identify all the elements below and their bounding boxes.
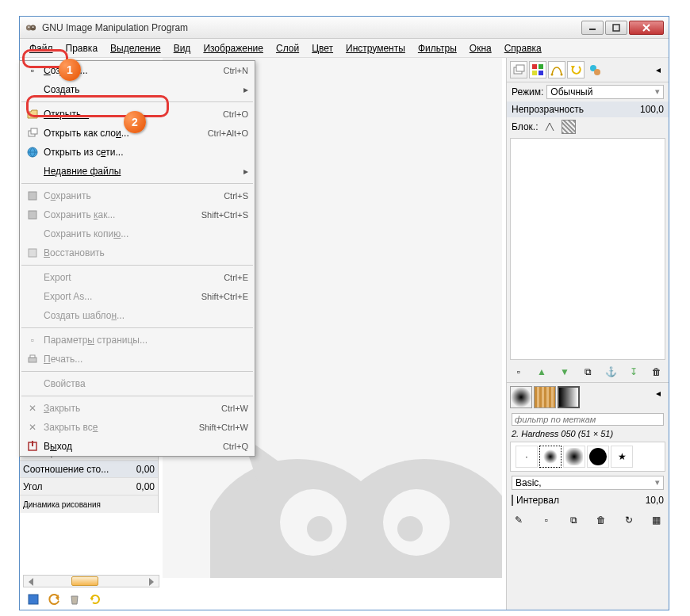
anchor-layer-icon[interactable]: ⚓ bbox=[604, 365, 618, 379]
menu-item-recent[interactable]: Недавние файлы▸ bbox=[20, 162, 255, 181]
layers-tab-icon[interactable] bbox=[510, 61, 527, 78]
menu-item-close-all[interactable]: ✕ Закрыть все Shift+Ctrl+W bbox=[20, 418, 255, 437]
menu-filters[interactable]: Фильтры bbox=[412, 40, 463, 56]
menu-item-save-as[interactable]: Сохранить как... Shift+Ctrl+S bbox=[20, 205, 255, 224]
refresh-brush-icon[interactable]: ↻ bbox=[622, 513, 636, 527]
close-button[interactable] bbox=[629, 21, 664, 35]
duplicate-layer-icon[interactable]: ⧉ bbox=[581, 365, 595, 379]
merge-down-icon[interactable]: ↧ bbox=[627, 365, 641, 379]
brush-cell[interactable]: ★ bbox=[611, 446, 633, 468]
menu-item-revert[interactable]: Восстановить bbox=[20, 243, 255, 262]
delete-layer-icon[interactable]: 🗑 bbox=[650, 365, 664, 379]
brush-cell[interactable] bbox=[563, 446, 585, 468]
menu-item-properties[interactable]: Свойства bbox=[20, 374, 255, 393]
dynamics-row[interactable]: Динамика рисования bbox=[20, 495, 158, 513]
lock-pixels-icon[interactable] bbox=[542, 120, 557, 134]
svg-point-24 bbox=[561, 74, 563, 76]
page-setup-icon: ▫ bbox=[25, 335, 40, 346]
new-layer-icon[interactable]: ▫ bbox=[512, 365, 526, 379]
brush-dock-menu-icon[interactable]: ◂ bbox=[651, 386, 665, 400]
lock-alpha-icon[interactable] bbox=[562, 120, 576, 134]
close-all-icon: ✕ bbox=[25, 422, 40, 433]
lock-row: Блок.: bbox=[507, 117, 669, 136]
duplicate-brush-icon[interactable]: ⧉ bbox=[567, 513, 581, 527]
angle-row[interactable]: Угол 0,00 bbox=[20, 478, 158, 495]
dock-menu-icon[interactable]: ◂ bbox=[651, 63, 665, 77]
svg-rect-32 bbox=[29, 211, 36, 219]
layers-list[interactable] bbox=[510, 138, 665, 360]
menu-item-create[interactable]: Создать▸ bbox=[20, 80, 255, 99]
menu-item-page-setup[interactable]: ▫ Параметры страницы... bbox=[20, 331, 255, 350]
dock-tabs: ◂ bbox=[507, 58, 669, 82]
menu-item-new[interactable]: ▫ Создать... Ctrl+N bbox=[20, 61, 255, 80]
new-file-icon: ▫ bbox=[25, 65, 40, 76]
separator bbox=[21, 101, 253, 102]
reset-preset-icon[interactable] bbox=[88, 592, 102, 606]
brushes-tab-icon[interactable] bbox=[510, 386, 532, 408]
minimize-button[interactable] bbox=[581, 21, 604, 35]
menu-item-print[interactable]: Печать... bbox=[20, 350, 255, 369]
menu-item-quit[interactable]: Выход Ctrl+Q bbox=[20, 437, 255, 456]
channels-tab-icon[interactable] bbox=[529, 61, 546, 78]
svg-point-23 bbox=[551, 74, 554, 76]
menu-layer[interactable]: Слой bbox=[270, 40, 305, 56]
paths-tab-icon[interactable] bbox=[548, 61, 565, 78]
menu-item-open-location[interactable]: Открыть из сети... bbox=[20, 143, 255, 162]
menu-tools[interactable]: Инструменты bbox=[339, 40, 412, 56]
callout-badge-1: 1 bbox=[59, 59, 81, 81]
delete-preset-icon[interactable] bbox=[67, 592, 82, 606]
raise-layer-icon[interactable]: ▲ bbox=[535, 365, 549, 379]
mode-label: Режим: bbox=[512, 86, 543, 98]
lock-label: Блок.: bbox=[512, 121, 538, 132]
svg-rect-20 bbox=[539, 64, 543, 69]
brush-cell[interactable] bbox=[587, 446, 609, 468]
gradients-tab-icon[interactable] bbox=[558, 386, 580, 408]
blend-mode-row: Режим: Обычный bbox=[507, 82, 669, 101]
menu-item-export[interactable]: Export Ctrl+E bbox=[20, 268, 255, 287]
menu-help[interactable]: Справка bbox=[498, 40, 548, 56]
restore-preset-icon[interactable] bbox=[47, 592, 61, 606]
blend-mode-select[interactable]: Обычный bbox=[546, 85, 664, 99]
menu-windows[interactable]: Окна bbox=[463, 40, 498, 56]
menu-item-save-copy[interactable]: Сохранить копию... bbox=[20, 224, 255, 243]
undo-history-tab-icon[interactable] bbox=[567, 61, 585, 78]
new-brush-icon[interactable]: ▫ bbox=[539, 513, 554, 527]
menu-item-create-template[interactable]: Создать шаблон... bbox=[20, 306, 255, 325]
maximize-button[interactable] bbox=[605, 21, 627, 35]
scrollbar[interactable] bbox=[23, 575, 159, 587]
open-as-image-icon[interactable]: ▦ bbox=[650, 513, 664, 527]
delete-brush-icon[interactable]: 🗑 bbox=[594, 513, 608, 527]
lower-layer-icon[interactable]: ▼ bbox=[558, 365, 572, 379]
menu-item-save[interactable]: Сохранить Ctrl+S bbox=[20, 186, 255, 205]
menu-select[interactable]: Выделение bbox=[104, 40, 167, 56]
spacing-row[interactable]: Интервал 10,0 bbox=[507, 492, 669, 508]
aspect-row[interactable]: Соотношение сто... 0,00 bbox=[20, 461, 158, 478]
save-icon bbox=[25, 190, 40, 201]
layer-buttons: ▫ ▲ ▼ ⧉ ⚓ ↧ 🗑 bbox=[507, 362, 669, 382]
edit-brush-icon[interactable]: ✎ bbox=[512, 513, 526, 527]
brush-cell[interactable] bbox=[539, 446, 562, 468]
separator bbox=[21, 183, 253, 184]
brush-preset-row: Basic, bbox=[507, 473, 669, 492]
brush-cell[interactable]: · bbox=[516, 446, 538, 468]
svg-point-27 bbox=[594, 69, 600, 75]
menu-edit[interactable]: Правка bbox=[59, 40, 105, 56]
revert-icon bbox=[25, 247, 40, 258]
menu-view[interactable]: Вид bbox=[167, 40, 197, 56]
menu-item-close[interactable]: ✕ Закрыть Ctrl+W bbox=[20, 399, 255, 418]
brush-filter bbox=[507, 411, 669, 427]
brush-filter-input[interactable] bbox=[512, 413, 664, 426]
menu-file[interactable]: Файл bbox=[23, 40, 59, 56]
patterns-tab-icon[interactable] bbox=[534, 386, 556, 408]
unknown-tab-icon[interactable] bbox=[586, 61, 604, 78]
save-preset-icon[interactable] bbox=[26, 592, 40, 606]
menu-image[interactable]: Изображение bbox=[197, 40, 270, 56]
svg-rect-31 bbox=[29, 192, 36, 200]
menu-colors[interactable]: Цвет bbox=[305, 40, 339, 56]
brush-preset-select[interactable]: Basic, bbox=[512, 476, 664, 490]
layer-opacity-row[interactable]: Непрозрачность 100,0 bbox=[507, 101, 669, 117]
app-icon bbox=[25, 21, 37, 34]
quit-icon bbox=[25, 441, 40, 452]
scrollbar-thumb[interactable] bbox=[71, 576, 98, 586]
menu-item-export-as[interactable]: Export As... Shift+Ctrl+E bbox=[20, 287, 255, 306]
